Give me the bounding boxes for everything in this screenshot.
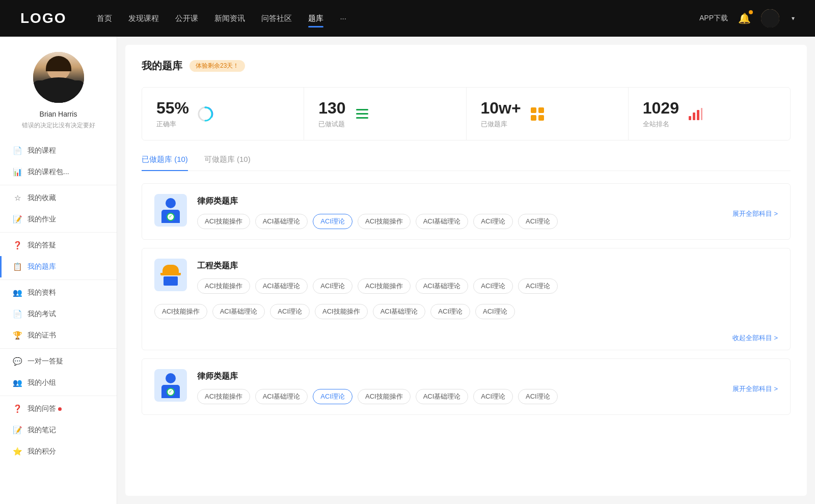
main-layout: Brian Harris 错误的决定比没有决定要好 📄我的课程📊我的课程包...… — [0, 37, 815, 504]
sidebar-item-my-questions[interactable]: ❓我的问答 — [0, 398, 117, 419]
tag[interactable]: ACI基础理论 — [373, 304, 426, 319]
tag[interactable]: ACI技能操作 — [358, 278, 411, 294]
qbank-info: 律师类题库 ACI技能操作ACI基础理论ACI理论ACI技能操作ACI基础理论A… — [197, 194, 732, 229]
qbank-section-qbank-3: ✓ 律师类题库 ACI技能操作ACI基础理论ACI理论ACI技能操作ACI基础理… — [142, 358, 791, 415]
tag[interactable]: ACI技能操作 — [358, 214, 411, 229]
user-menu-chevron[interactable]: ▾ — [792, 15, 795, 22]
nav-link-问答社区[interactable]: 问答社区 — [261, 12, 292, 25]
tag[interactable]: ACI技能操作 — [154, 304, 207, 319]
sidebar-item-my-exam[interactable]: 📄我的考试 — [0, 303, 117, 325]
sidebar-avatar — [33, 52, 84, 103]
svg-rect-6 — [531, 115, 536, 121]
tag[interactable]: ACI基础理论 — [255, 389, 308, 404]
stat-number: 1029 — [643, 99, 679, 118]
expand-link[interactable]: 展开全部科目 > — [732, 194, 778, 218]
tag[interactable]: ACI理论 — [313, 278, 352, 294]
tag[interactable]: ACI理论 — [313, 389, 352, 404]
tag[interactable]: ACI理论 — [473, 278, 513, 294]
qbank-info: 工程类题库 ACI技能操作ACI基础理论ACI理论ACI技能操作ACI基础理论A… — [197, 259, 778, 294]
stat-bar-chart-icon: 1029 全站排名 — [629, 88, 790, 140]
logo[interactable]: LOGO — [20, 10, 66, 26]
nav-link-新闻资讯[interactable]: 新闻资讯 — [214, 12, 245, 25]
sidebar-item-my-course-pack[interactable]: 📊我的课程包... — [0, 161, 117, 183]
tag[interactable]: ACI技能操作 — [197, 214, 250, 229]
sidebar-item-my-points[interactable]: ⭐我的积分 — [0, 441, 117, 462]
tab-已做题库 (10)[interactable]: 已做题库 (10) — [142, 155, 188, 171]
tag[interactable]: ACI基础理论 — [255, 214, 308, 229]
nav-link-···[interactable]: ··· — [340, 12, 346, 25]
tag[interactable]: ACI技能操作 — [197, 389, 250, 404]
nav-link-首页[interactable]: 首页 — [97, 12, 112, 25]
stat-number: 10w+ — [481, 99, 521, 118]
tag[interactable]: ACI理论 — [473, 214, 513, 229]
nav-links: 首页发现课程公开课新闻资讯问答社区题库··· — [97, 12, 699, 25]
sidebar-item-my-qa[interactable]: ❓我的答疑 — [0, 235, 117, 256]
nav-link-题库[interactable]: 题库 — [308, 12, 323, 25]
svg-rect-11 — [701, 108, 702, 120]
my-course-pack-icon: 📊 — [12, 167, 22, 177]
stat-number: 130 — [318, 99, 345, 118]
tag[interactable]: ACI基础理论 — [416, 389, 469, 404]
content-area: 我的题库 体验剩余23天！ 55% 正确率 130 已做试题 10w+ 已做题库… — [117, 37, 815, 504]
user-avatar[interactable] — [761, 9, 779, 27]
app-download-link[interactable]: APP下载 — [699, 14, 728, 23]
tag[interactable]: ACI理论 — [518, 389, 558, 404]
svg-rect-10 — [697, 110, 699, 120]
content-inner: 我的题库 体验剩余23天！ 55% 正确率 130 已做试题 10w+ 已做题库… — [125, 45, 807, 496]
bell-icon: 🔔 — [738, 13, 751, 24]
qbank-title: 律师类题库 — [197, 371, 732, 382]
my-group-icon: 👥 — [12, 378, 22, 388]
sidebar-item-my-homework[interactable]: 📝我的作业 — [0, 209, 117, 230]
qbank-header: 工程类题库 ACI技能操作ACI基础理论ACI理论ACI技能操作ACI基础理论A… — [142, 248, 790, 304]
tag[interactable]: ACI理论 — [270, 304, 310, 319]
sidebar-item-one-on-one[interactable]: 💬一对一答疑 — [0, 351, 117, 372]
sidebar-item-my-cert[interactable]: 🏆我的证书 — [0, 325, 117, 346]
sidebar-item-my-favorites[interactable]: ☆我的收藏 — [0, 187, 117, 209]
sidebar-user-name: Brian Harris — [40, 110, 77, 118]
sidebar-divider — [0, 348, 117, 349]
tag[interactable]: ACI理论 — [518, 214, 558, 229]
qbank-header: ✓ 律师类题库 ACI技能操作ACI基础理论ACI理论ACI技能操作ACI基础理… — [142, 359, 790, 414]
tags-row-2: ACI技能操作ACI基础理论ACI理论ACI技能操作ACI基础理论ACI理论AC… — [154, 304, 778, 319]
sidebar-item-label-my-qbank: 我的题库 — [28, 262, 56, 271]
tag[interactable]: ACI基础理论 — [416, 278, 469, 294]
tag[interactable]: ACI基础理论 — [212, 304, 265, 319]
tag[interactable]: ACI基础理论 — [416, 214, 469, 229]
tag[interactable]: ACI基础理论 — [255, 278, 308, 294]
notification-bell[interactable]: 🔔 — [738, 12, 751, 24]
sidebar-item-label-one-on-one: 一对一答疑 — [28, 357, 63, 366]
expand-link[interactable]: 展开全部科目 > — [732, 369, 778, 394]
sidebar-item-my-notes[interactable]: 📝我的笔记 — [0, 419, 117, 441]
my-profile-icon: 👥 — [12, 288, 22, 298]
qbank-section-qbank-1: ✓ 律师类题库 ACI技能操作ACI基础理论ACI理论ACI技能操作ACI基础理… — [142, 183, 791, 240]
tag[interactable]: ACI理论 — [475, 304, 515, 319]
tag[interactable]: ACI技能操作 — [315, 304, 368, 319]
svg-rect-1 — [356, 109, 368, 110]
nav-link-发现课程[interactable]: 发现课程 — [128, 12, 159, 25]
collapse-link[interactable]: 收起全部科目 > — [142, 329, 790, 350]
nav-link-公开课[interactable]: 公开课 — [175, 12, 198, 25]
sidebar-item-my-group[interactable]: 👥我的小组 — [0, 372, 117, 394]
qbank-section-qbank-2: 工程类题库 ACI技能操作ACI基础理论ACI理论ACI技能操作ACI基础理论A… — [142, 248, 791, 350]
tag[interactable]: ACI理论 — [518, 278, 558, 294]
sidebar-item-my-qbank[interactable]: 📋我的题库 — [0, 256, 117, 277]
sidebar: Brian Harris 错误的决定比没有决定要好 📄我的课程📊我的课程包...… — [0, 37, 117, 504]
tag[interactable]: ACI技能操作 — [358, 389, 411, 404]
svg-rect-7 — [538, 115, 544, 121]
my-qbank-icon: 📋 — [12, 262, 22, 272]
tab-可做题库 (10)[interactable]: 可做题库 (10) — [204, 155, 251, 171]
bar-chart-icon — [686, 105, 704, 123]
sidebar-item-my-course[interactable]: 📄我的课程 — [0, 140, 117, 161]
tabs-row: 已做题库 (10)可做题库 (10) — [142, 155, 791, 171]
sidebar-item-label-my-group: 我的小组 — [28, 378, 56, 387]
qbank-header: ✓ 律师类题库 ACI技能操作ACI基础理论ACI理论ACI技能操作ACI基础理… — [142, 184, 790, 239]
page-header: 我的题库 体验剩余23天！ — [142, 59, 791, 73]
tag[interactable]: ACI理论 — [430, 304, 470, 319]
sidebar-menu: 📄我的课程📊我的课程包...☆我的收藏📝我的作业❓我的答疑📋我的题库👥我的资料📄… — [0, 140, 117, 462]
tag[interactable]: ACI技能操作 — [197, 278, 250, 294]
tag[interactable]: ACI理论 — [473, 389, 513, 404]
notification-dot — [58, 407, 62, 411]
sidebar-item-my-profile[interactable]: 👥我的资料 — [0, 282, 117, 303]
tag[interactable]: ACI理论 — [313, 214, 352, 229]
qbank-info: 律师类题库 ACI技能操作ACI基础理论ACI理论ACI技能操作ACI基础理论A… — [197, 369, 732, 404]
